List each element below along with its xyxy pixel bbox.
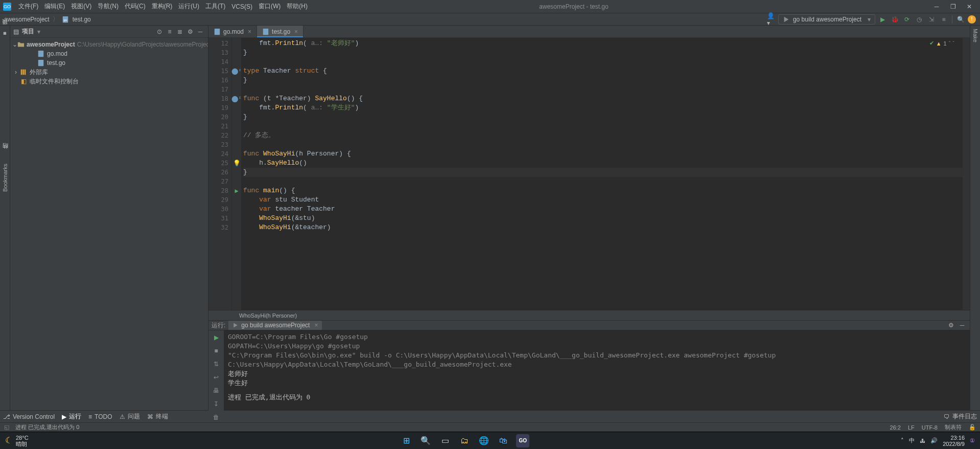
readonly-lock-icon[interactable]: 🔓 [969,424,976,431]
minimize-button[interactable]: ─ [929,2,944,12]
soft-wrap-icon[interactable]: ↩ [211,372,221,383]
clear-icon[interactable]: 🗑 [211,412,221,422]
print-icon[interactable]: 🖶 [211,386,221,396]
notifications-icon[interactable]: ① [970,437,975,444]
tray-chevron-icon[interactable]: ˄ [901,437,904,444]
tree-file-gomod[interactable]: go.mod [11,49,207,58]
file-explorer-icon[interactable]: 🗂 [458,434,471,447]
tool-strip-bookmarks[interactable]: Bookmarks [2,164,8,192]
editor-tab[interactable]: test.go× [257,26,304,37]
tree-root-label: awesomeProject [27,41,75,48]
close-tab-icon[interactable]: × [248,28,251,35]
weather-condition: 晴朗 [16,441,29,447]
line-number-gutter[interactable]: 1213141516171819202122232425262728293031… [208,38,232,310]
run-panel-header: 运行: go build awesomeProject × ⚙ ─ [208,321,970,330]
go-file-icon: go [62,16,69,23]
task-view-icon[interactable]: ▭ [438,434,452,447]
tray-ime[interactable]: 中 [909,437,915,444]
stop-button[interactable]: ■ [211,346,221,356]
ide-update-badge[interactable]: ! [968,15,976,24]
run-configuration-selector[interactable]: go build awesomeProject ▾ [778,14,875,25]
bottom-tab[interactable]: ▶运行 [62,412,81,421]
tool-strip-make[interactable]: Make [972,29,978,42]
attach-button[interactable]: ⇲ [926,14,937,25]
taskbar-weather[interactable]: ☾ 28°C 晴朗 [5,435,29,447]
profile-button[interactable]: ◷ [914,14,924,25]
maximize-button[interactable]: ❐ [945,2,961,12]
taskbar-center: ⊞ 🔍 ▭ 🗂 🌐 🛍 GO [400,434,529,447]
menu-item[interactable]: 工具(T) [202,2,228,11]
run-console-output[interactable]: GOROOT=C:\Program Files\Go #gosetupGOPAT… [224,330,970,422]
chevron-right-icon[interactable]: › [12,69,19,76]
bottom-tab[interactable]: ⌘终端 [147,412,168,421]
tree-root-folder[interactable]: ⌄ awesomeProject C:\Users\Happy\GolandPr… [11,40,207,49]
close-tab-icon[interactable]: × [294,28,298,35]
bottom-tab[interactable]: ≡TODO [88,413,112,420]
settings-icon[interactable]: ⚙ [185,27,195,36]
chevron-down-icon[interactable]: ⌄ [12,41,17,48]
tray-volume-icon[interactable]: 🔊 [930,437,938,444]
expand-all-icon[interactable]: ≡ [165,27,174,36]
status-encoding[interactable]: UTF-8 [922,424,938,431]
project-tree[interactable]: ⌄ awesomeProject C:\Users\Happy\GolandPr… [10,38,208,410]
menu-item[interactable]: VCS(S) [228,3,255,10]
editor-area: go.mod×test.go× 121314151617181920212223… [208,26,970,410]
bottom-tab[interactable]: ⚠问题 [120,412,140,421]
code-breadcrumb[interactable]: WhoSayHi(h Personer) [208,310,970,320]
status-caret-position[interactable]: 26:2 [890,424,901,431]
user-icon[interactable]: 👤▾ [767,15,776,24]
tool-strip-project[interactable]: ■ 项目 [1,29,9,37]
tray-network-icon[interactable]: 🖧 [920,438,925,444]
editor-body[interactable]: 1213141516171819202122232425262728293031… [208,38,970,310]
stop-button[interactable]: ■ [939,14,949,25]
breadcrumb-file[interactable]: test.go [73,16,91,23]
menu-item[interactable]: 导航(N) [95,2,122,11]
layout-icon[interactable]: ⇅ [211,359,221,369]
menu-item[interactable]: 帮助(H) [284,2,311,11]
start-button[interactable]: ⊞ [400,434,413,447]
menu-item[interactable]: 重构(R) [149,2,176,11]
taskbar-search-icon[interactable]: 🔍 [419,434,432,447]
event-log-tab[interactable]: 🗨事件日志 [944,412,977,421]
tree-file-testgo[interactable]: test.go [11,58,207,68]
bottom-tab[interactable]: ⎇Version Control [3,413,55,420]
code-editor[interactable]: fmt.Println( a…: "老师好")} type Teacher st… [241,38,963,310]
menu-item[interactable]: 代码(C) [122,2,149,11]
search-everywhere-button[interactable]: 🔍 [955,14,966,25]
settings-icon[interactable]: ⚙ [946,321,955,330]
inspection-widget[interactable]: ✔ ▲ 1 ˆˇ [929,40,954,47]
status-square-icon[interactable]: ◱ [4,424,9,431]
editor-tab[interactable]: go.mod× [208,26,257,37]
debug-button[interactable]: 🐞 [890,14,900,25]
collapse-all-icon[interactable]: ≣ [175,27,184,36]
menu-item[interactable]: 编辑(E) [41,2,68,11]
menu-item[interactable]: 运行(U) [175,2,202,11]
gutter-markers[interactable]: ⬤ᶦ⬤ᶦ💡▶ [232,38,241,310]
tree-external-libraries[interactable]: › 外部库 [11,68,207,77]
hide-panel-icon[interactable]: ─ [958,321,967,330]
run-config-tab[interactable]: go build awesomeProject × [228,321,322,330]
locate-icon[interactable]: ⊙ [155,27,164,36]
close-button[interactable]: ✕ [962,2,977,12]
project-panel-title: 项目 [22,27,34,36]
editor-error-stripe[interactable] [963,38,970,310]
play-icon: ▶ [62,413,66,420]
edge-browser-icon[interactable]: 🌐 [477,434,491,447]
close-tab-icon[interactable]: × [314,322,318,329]
taskbar-clock[interactable]: 23:16 2022/8/9 [943,435,965,447]
run-button[interactable]: ▶ [877,14,888,25]
tree-scratches[interactable]: ◧ 临时文件和控制台 [11,77,207,86]
chevron-down-icon[interactable]: ▾ [37,28,40,35]
status-line-separator[interactable]: LF [908,424,915,431]
goland-icon[interactable]: GO [516,434,529,447]
menu-item[interactable]: 窗口(W) [255,2,284,11]
scroll-icon[interactable]: ↧ [211,399,221,409]
hide-panel-icon[interactable]: ─ [196,27,205,36]
run-with-coverage-button[interactable]: ⟳ [902,14,912,25]
breadcrumb-project[interactable]: awesomeProject [4,16,50,23]
menu-item[interactable]: 视图(V) [68,2,95,11]
status-indent[interactable]: 制表符 [945,423,962,431]
menu-item[interactable]: 文件(F) [15,2,41,11]
store-icon[interactable]: 🛍 [497,434,510,447]
rerun-button[interactable]: ▶ [211,332,221,343]
